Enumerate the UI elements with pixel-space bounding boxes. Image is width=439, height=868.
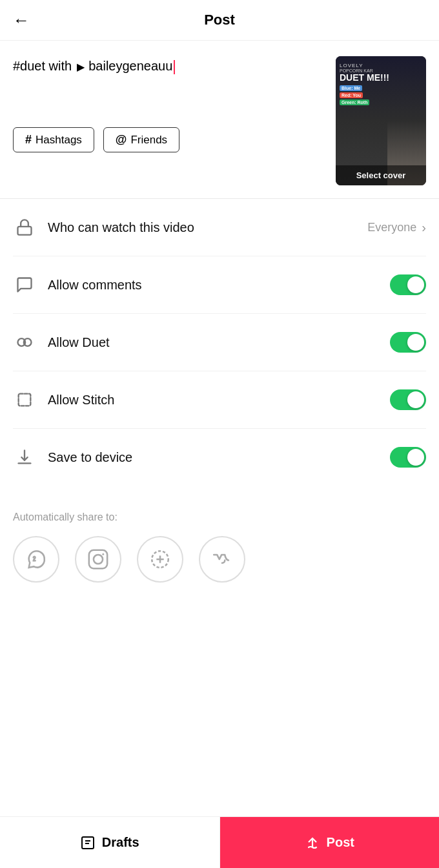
hashtags-label: Hashtags [36,134,82,147]
row-left-comments: Allow comments [13,273,142,296]
save-to-device-label: Save to device [48,450,132,465]
who-can-watch-label: Who can watch this video [48,220,194,235]
play-icon: ▶ [77,61,87,72]
allow-comments-toggle[interactable] [390,274,426,295]
instagram-share-button[interactable] [75,536,121,583]
friends-label: Friends [130,134,167,147]
post-icon [305,835,320,851]
caption-username: baileygeneauu [88,59,172,73]
allow-comments-label: Allow comments [48,278,142,293]
share-label: Automatically share to: [13,512,426,523]
page-title: Post [204,12,235,28]
row-left-watch: Who can watch this video [13,216,194,239]
thumb-green-label: Green: Roth [340,99,369,105]
svg-point-6 [102,553,104,555]
save-to-device-toggle[interactable] [390,447,426,468]
toggle-knob-stitch [407,391,424,408]
who-can-watch-row[interactable]: Who can watch this video Everyone › [13,199,426,256]
post-label: Post [327,835,354,850]
toggle-knob-save [407,449,424,466]
caption-area: #duet with ▶ baileygeneauu # Hashtags @ … [0,41,439,198]
thumb-red-label: Red: You [340,92,363,98]
allow-duet-row[interactable]: Allow Duet [13,314,426,371]
who-can-watch-value: Everyone [367,221,416,234]
svg-point-5 [94,555,103,564]
svg-rect-0 [18,227,32,235]
post-button[interactable]: Post [220,817,440,868]
thumb-blue-label: Blue: Me [340,85,362,91]
download-icon [13,446,36,469]
drafts-button[interactable]: Drafts [0,817,220,868]
caption-left: #duet with ▶ baileygeneauu # Hashtags @ … [13,56,336,152]
allow-stitch-label: Allow Stitch [48,393,114,408]
row-left-save: Save to device [13,446,132,469]
select-cover-button[interactable]: Select cover [336,165,426,185]
vk-share-button[interactable] [199,536,245,583]
caption-cursor [174,60,175,74]
drafts-label: Drafts [102,835,139,850]
row-left-stitch: Allow Stitch [13,388,114,411]
thumb-overlay: LOVELY POPCORN KAR DUET ME!!! Blue: Me R… [340,63,422,105]
video-thumbnail[interactable]: LOVELY POPCORN KAR DUET ME!!! Blue: Me R… [336,56,426,185]
share-section: Automatically share to: [0,486,439,595]
share-icons-row [13,536,426,583]
hashtags-button[interactable]: # Hashtags [13,127,94,152]
thumb-labels: Blue: Me Red: You Green: Roth [340,85,422,105]
caption-tags: # Hashtags @ Friends [13,127,325,152]
row-left-duet: Allow Duet [13,331,110,354]
more-share-button[interactable] [137,536,183,583]
at-icon: @ [116,133,127,147]
allow-duet-toggle[interactable] [390,332,426,353]
save-to-device-row[interactable]: Save to device [13,429,426,486]
svg-rect-3 [19,394,31,406]
allow-comments-row[interactable]: Allow comments [13,256,426,314]
thumb-lovely-text: LOVELY [340,63,422,68]
chevron-right-icon: › [422,220,426,235]
toggle-knob-comments [407,276,424,293]
caption-prefix: #duet with [13,59,72,73]
whatsapp-share-button[interactable] [13,536,59,583]
toggle-knob-duet [407,334,424,351]
lock-icon [13,216,36,239]
allow-stitch-toggle[interactable] [390,389,426,410]
caption-text[interactable]: #duet with ▶ baileygeneauu [13,56,325,76]
allow-duet-label: Allow Duet [48,335,110,350]
duet-icon [13,331,36,354]
allow-stitch-row[interactable]: Allow Stitch [13,371,426,429]
header: ← Post [0,0,439,41]
stitch-icon [13,388,36,411]
back-button[interactable]: ← [13,10,30,30]
bottom-bar: Drafts Post [0,816,439,868]
bottom-spacer [0,595,439,660]
hashtag-icon: # [25,133,32,147]
thumb-duet-text: DUET ME!!! [340,73,422,83]
settings-list: Who can watch this video Everyone › Allo… [0,199,439,486]
friends-button[interactable]: @ Friends [103,127,179,152]
svg-rect-4 [89,550,107,568]
comment-icon [13,273,36,296]
row-right-watch: Everyone › [367,220,426,235]
drafts-icon [80,835,96,851]
